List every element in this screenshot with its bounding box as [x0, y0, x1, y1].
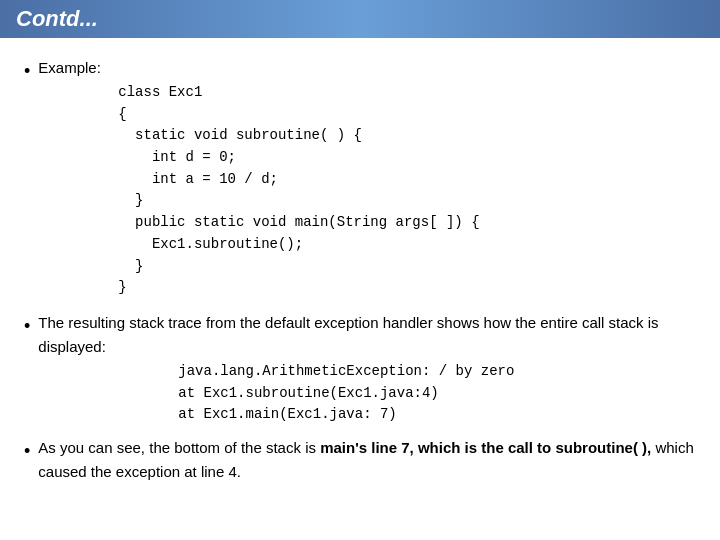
code-block-1: class Exc1 { static void subroutine( ) {…: [118, 82, 696, 299]
bullet-content-3: As you can see, the bottom of the stack …: [38, 436, 696, 484]
code-line-6: }: [118, 190, 696, 212]
code-line-8: Exc1.subroutine();: [118, 234, 696, 256]
example-label: Example:: [38, 59, 101, 76]
bullet2-text: The resulting stack trace from the defau…: [38, 314, 658, 355]
code-line-7: public static void main(String args[ ]) …: [118, 212, 696, 234]
code-line-4: int d = 0;: [118, 147, 696, 169]
code-line-10: }: [118, 277, 696, 299]
code-line-2: {: [118, 104, 696, 126]
stack-line-3: at Exc1.main(Exc1.java: 7): [178, 404, 696, 426]
code-line-3: static void subroutine( ) {: [118, 125, 696, 147]
header-bar: Contd...: [0, 0, 720, 38]
bullet3-bold1: main's line 7,: [320, 439, 414, 456]
main-content: • Example: class Exc1 { static void subr…: [0, 38, 720, 506]
bullet-content-2: The resulting stack trace from the defau…: [38, 311, 696, 426]
header-title: Contd...: [16, 6, 98, 32]
bullet-dot-3: •: [24, 437, 30, 466]
bullet-dot-2: •: [24, 312, 30, 341]
stack-line-1: java.lang.ArithmeticException: / by zero: [178, 361, 696, 383]
bullet3-text-before: As you can see, the bottom of the stack …: [38, 439, 320, 456]
bullet-dot-1: •: [24, 57, 30, 86]
stack-trace: java.lang.ArithmeticException: / by zero…: [178, 361, 696, 426]
bullet-item-2: • The resulting stack trace from the def…: [24, 311, 696, 426]
bullet-item-3: • As you can see, the bottom of the stac…: [24, 436, 696, 484]
bullet-item-1: • Example: class Exc1 { static void subr…: [24, 56, 696, 301]
stack-line-2: at Exc1.subroutine(Exc1.java:4): [178, 383, 696, 405]
code-line-5: int a = 10 / d;: [118, 169, 696, 191]
code-line-9: }: [118, 256, 696, 278]
bullet-content-1: Example: class Exc1 { static void subrou…: [38, 56, 696, 301]
code-line-1: class Exc1: [118, 82, 696, 104]
bullet3-bold2: which is the call to subroutine( ),: [418, 439, 651, 456]
